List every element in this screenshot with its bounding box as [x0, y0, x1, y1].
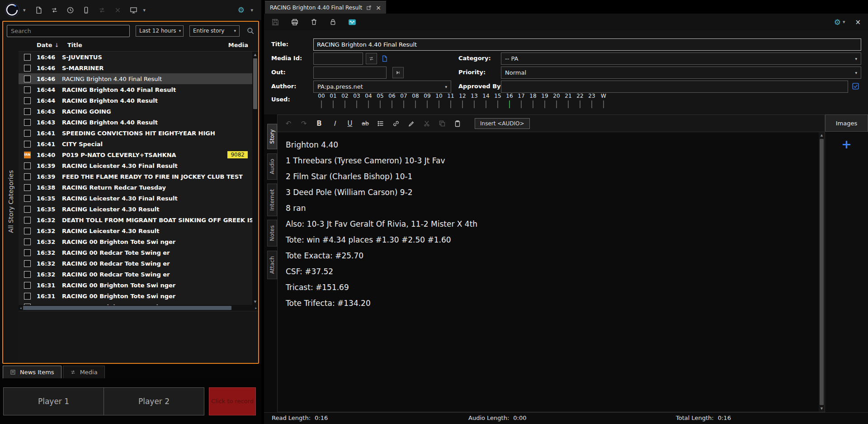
- used-hour-checkbox[interactable]: [521, 100, 522, 108]
- used-hour-checkbox[interactable]: [486, 100, 486, 108]
- used-hour-checkbox[interactable]: [497, 100, 498, 108]
- add-image-icon[interactable]: +: [841, 138, 852, 150]
- list-item[interactable]: 16:32 RACING 00 Brighton Tote Swi nger: [19, 236, 252, 247]
- clock-icon[interactable]: [64, 4, 77, 16]
- open-external-icon[interactable]: [366, 5, 372, 10]
- list-item[interactable]: 16:43 RACING GOING: [19, 106, 252, 117]
- used-hour-checkbox[interactable]: [415, 100, 416, 108]
- scrollbar-thumb[interactable]: [23, 306, 231, 310]
- priority-select[interactable]: Normal ▾: [501, 67, 861, 79]
- category-select[interactable]: -- PA ▾: [501, 52, 861, 65]
- used-hour-checkbox[interactable]: [603, 100, 604, 108]
- row-checkbox[interactable]: [24, 184, 31, 191]
- transfer-icon[interactable]: [48, 4, 61, 16]
- used-hour-checkbox[interactable]: [450, 100, 451, 108]
- used-hour-checkbox[interactable]: [427, 100, 428, 108]
- monitor-icon[interactable]: [127, 4, 140, 16]
- used-hour-checkbox[interactable]: [403, 100, 404, 108]
- row-checkbox[interactable]: [24, 173, 31, 180]
- phone-icon[interactable]: [80, 4, 93, 16]
- row-checkbox[interactable]: IRN: [24, 152, 31, 158]
- scrollbar-thumb[interactable]: [253, 58, 257, 109]
- bullet-list-icon[interactable]: [375, 118, 386, 129]
- used-hour-checkbox[interactable]: [580, 100, 580, 108]
- category-strip[interactable]: All Story Categories: [3, 40, 19, 363]
- approved-checkbox-icon[interactable]: [852, 82, 859, 90]
- row-checkbox[interactable]: [24, 86, 31, 93]
- list-item[interactable]: 16:32 DEATH TOLL FROM MIGRANT BOAT SINKI…: [19, 214, 252, 225]
- row-checkbox[interactable]: [24, 65, 31, 71]
- delete-icon[interactable]: [310, 18, 318, 26]
- list-item[interactable]: 16:43 RACING Brighton 4.40 Result: [19, 117, 252, 128]
- used-hour-checkbox[interactable]: [333, 100, 334, 108]
- print-icon[interactable]: [291, 18, 299, 26]
- list-item[interactable]: 16:39 FEED THE FLAME READY TO FIRE IN JO…: [19, 171, 252, 182]
- row-checkbox[interactable]: [24, 293, 31, 300]
- skip-to-end-icon[interactable]: [392, 67, 404, 78]
- logo-menu-chevron-icon[interactable]: ▾: [23, 7, 26, 13]
- list-item[interactable]: 16:46 S-MARRINER: [19, 62, 252, 73]
- list-horizontal-scrollbar[interactable]: ◂ ▸: [19, 305, 258, 311]
- editor-side-tab[interactable]: Story: [267, 124, 277, 149]
- used-hour-checkbox[interactable]: [368, 100, 369, 108]
- list-item[interactable]: 16:41 SPEEDING CONVICTIONS HIT EIGHT-YEA…: [19, 128, 252, 138]
- search-input[interactable]: [7, 25, 130, 37]
- row-checkbox[interactable]: [24, 206, 31, 213]
- tab-media[interactable]: Media: [63, 366, 105, 378]
- used-hour-checkbox[interactable]: [509, 100, 510, 108]
- highlight-pen-icon[interactable]: [406, 118, 417, 129]
- media-id-input[interactable]: [313, 52, 363, 65]
- record-button[interactable]: Click to record: [209, 387, 256, 415]
- list-item[interactable]: 16:35 RACING Leicester 4.30 Final Result: [19, 193, 252, 204]
- link-icon[interactable]: [391, 118, 401, 129]
- list-item[interactable]: 16:44 RACING Brighton 4.40 Final Result: [19, 84, 252, 95]
- used-hour-checkbox[interactable]: [344, 100, 345, 108]
- audio-tool-icon[interactable]: [348, 18, 356, 26]
- scroll-down-icon[interactable]: ▼: [821, 406, 823, 411]
- title-input[interactable]: [313, 38, 861, 51]
- editor-settings-gear-icon[interactable]: ⚙: [834, 18, 841, 27]
- approved-by-input[interactable]: [501, 81, 848, 93]
- row-checkbox[interactable]: [24, 260, 31, 267]
- list-item[interactable]: IRN 16:40 P019 P-NATO CLEVERLY+TSAHKNA 9…: [19, 149, 252, 160]
- used-hour-checkbox[interactable]: [356, 100, 357, 108]
- scroll-right-icon[interactable]: ▸: [255, 306, 257, 310]
- column-header-date[interactable]: Date ↓: [37, 42, 59, 48]
- row-checkbox[interactable]: [24, 130, 31, 137]
- used-hour-checkbox[interactable]: [392, 100, 392, 108]
- used-hour-checkbox[interactable]: [556, 100, 557, 108]
- monitor-menu-chevron-icon[interactable]: ▾: [143, 7, 146, 13]
- bold-button[interactable]: B: [314, 118, 325, 129]
- row-checkbox[interactable]: [24, 228, 31, 234]
- scope-filter-select[interactable]: Entire story ▾: [189, 25, 240, 37]
- row-checkbox[interactable]: [24, 249, 31, 256]
- row-checkbox[interactable]: [24, 119, 31, 126]
- used-hour-checkbox[interactable]: [439, 100, 439, 108]
- close-tab-icon[interactable]: ×: [376, 4, 381, 11]
- editor-side-tab[interactable]: Notes: [267, 220, 277, 247]
- scroll-down-icon[interactable]: ▼: [254, 300, 256, 304]
- scroll-up-icon[interactable]: ▲: [821, 133, 823, 138]
- list-item[interactable]: 16:31 RACING 00 Brighton Tote Swi nger: [19, 291, 252, 301]
- used-hour-checkbox[interactable]: [462, 100, 463, 108]
- close-editor-icon[interactable]: ×: [855, 18, 861, 26]
- out-input[interactable]: [313, 67, 387, 79]
- list-item[interactable]: 16:32 RACING Leicester 4.30 Result: [19, 225, 252, 236]
- list-item[interactable]: 16:38 RACING Return Redcar Tuesday: [19, 182, 252, 193]
- editor-side-tab[interactable]: Attach: [267, 251, 277, 279]
- list-item[interactable]: 16:32 RACING 00 Redcar Tote Swing er: [19, 269, 252, 280]
- search-icon[interactable]: [246, 27, 255, 35]
- insert-audio-button[interactable]: Insert <AUDIO>: [475, 118, 530, 129]
- settings-gear-icon[interactable]: ⚙: [235, 4, 247, 16]
- row-checkbox[interactable]: [24, 217, 31, 224]
- row-checkbox[interactable]: [24, 108, 31, 115]
- lock-icon[interactable]: [329, 18, 337, 26]
- used-hour-checkbox[interactable]: [321, 100, 322, 108]
- editor-settings-chevron-icon[interactable]: ▾: [843, 19, 845, 25]
- column-header-title[interactable]: Title: [67, 42, 82, 48]
- list-item[interactable]: 16:32 RACING 00 Redcar Tote Swing er: [19, 247, 252, 258]
- used-hour-checkbox[interactable]: [474, 100, 475, 108]
- row-checkbox[interactable]: [24, 238, 31, 245]
- list-vertical-scrollbar[interactable]: ▲ ▼: [252, 52, 258, 305]
- paste-icon[interactable]: [452, 118, 463, 129]
